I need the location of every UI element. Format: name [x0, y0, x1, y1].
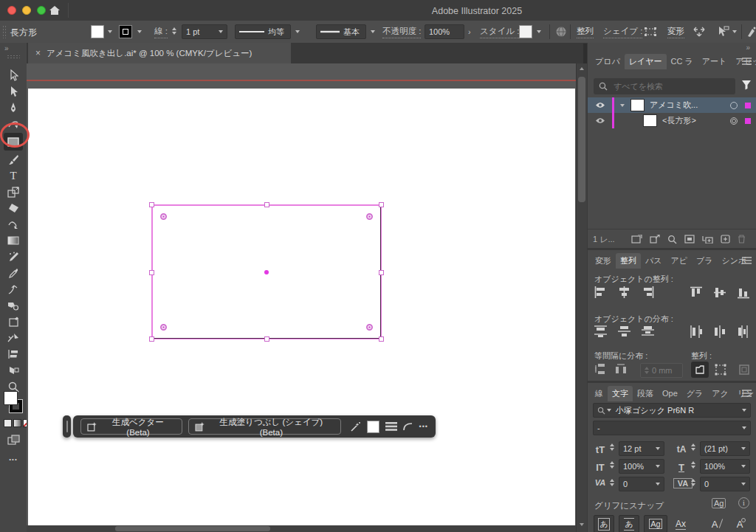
- search-input[interactable]: [612, 81, 718, 91]
- stroke-width-stepper[interactable]: [172, 27, 176, 35]
- selection-tool[interactable]: [4, 68, 23, 83]
- brush-chevron-icon[interactable]: [371, 30, 375, 33]
- layer-expand-chevron-icon[interactable]: [620, 104, 625, 107]
- opacity-label[interactable]: 不透明度 :: [382, 27, 421, 38]
- tab-properties[interactable]: プロパ: [591, 54, 625, 69]
- home-icon[interactable]: [49, 4, 61, 16]
- tab-appearance[interactable]: アピ: [667, 253, 693, 269]
- horizontal-scrollbar-thumb[interactable]: [115, 526, 270, 531]
- layer-row-parent[interactable]: アメコミ吹...: [588, 97, 756, 113]
- tab-align[interactable]: 整列: [616, 253, 641, 269]
- locate-object-icon[interactable]: [667, 235, 677, 244]
- align-top-icon[interactable]: [690, 286, 702, 299]
- tracking-field[interactable]: 0: [700, 477, 750, 491]
- new-sublayer-icon[interactable]: [702, 235, 713, 243]
- handle-top-center[interactable]: [264, 202, 269, 207]
- center-point[interactable]: [264, 270, 269, 274]
- visibility-eye-icon[interactable]: [595, 117, 605, 124]
- vertical-scale-field[interactable]: 100%: [619, 459, 664, 474]
- handle-bottom-left[interactable]: [149, 336, 154, 342]
- close-window-button[interactable]: [7, 6, 16, 15]
- leading-stepper[interactable]: [691, 443, 695, 451]
- control-bar-grip[interactable]: [2, 25, 7, 38]
- tab-actions[interactable]: アク: [707, 386, 733, 401]
- scroll-down-icon[interactable]: [580, 523, 584, 526]
- symbol-sprayer-tool[interactable]: [4, 298, 23, 313]
- target-circle-icon[interactable]: [730, 102, 738, 109]
- tab-cc-libraries[interactable]: CC ラ: [667, 54, 698, 69]
- isolate-selection-icon[interactable]: [716, 26, 729, 38]
- align-bottom-icon[interactable]: [738, 286, 749, 299]
- task-bar-more-icon[interactable]: •••: [419, 423, 428, 430]
- perspective-grid-tool[interactable]: [4, 363, 23, 378]
- corner-widget-bottom-left[interactable]: [160, 324, 167, 331]
- opacity-expand-icon[interactable]: ›: [468, 27, 471, 36]
- tab-glyphs[interactable]: グラ: [682, 386, 708, 401]
- selection-indicator-square[interactable]: [745, 118, 751, 124]
- filter-funnel-icon[interactable]: [741, 80, 752, 90]
- width-tool[interactable]: [4, 282, 23, 297]
- stroke-color-swatch[interactable]: [119, 25, 132, 38]
- free-transform-icon[interactable]: [693, 26, 706, 38]
- style-swatch[interactable]: [519, 25, 532, 38]
- distribute-top-icon[interactable]: [594, 325, 607, 337]
- color-mode-color-icon[interactable]: [4, 419, 12, 427]
- font-size-field[interactable]: 12 pt: [619, 441, 664, 456]
- kerning-field[interactable]: 0: [619, 477, 664, 491]
- stroke-label[interactable]: 線 :: [154, 27, 168, 38]
- tab-layers[interactable]: レイヤー: [625, 54, 667, 69]
- fill-proxy-swatch[interactable]: [4, 391, 18, 405]
- handle-bottom-center[interactable]: [264, 336, 269, 342]
- scroll-up-icon[interactable]: [580, 67, 584, 70]
- color-mode-gradient-icon[interactable]: [13, 419, 21, 427]
- recolor-wand-icon[interactable]: [350, 421, 361, 432]
- snap-em-box-button[interactable]: あ: [594, 515, 614, 532]
- align-left-icon[interactable]: [594, 286, 607, 298]
- tools-grip[interactable]: [7, 55, 20, 58]
- artboard-tool[interactable]: [4, 314, 23, 329]
- blend-tool[interactable]: [4, 347, 23, 362]
- corner-widget-top-right[interactable]: [366, 213, 373, 220]
- align-to-selection-button[interactable]: [715, 364, 726, 376]
- layer-name[interactable]: アメコミ吹...: [650, 100, 698, 111]
- visibility-eye-icon[interactable]: [595, 102, 605, 108]
- paintbrush-tool[interactable]: [4, 152, 23, 167]
- tab-opentype[interactable]: Ope: [658, 386, 682, 401]
- release-clipping-icon[interactable]: [650, 235, 660, 243]
- handle-bottom-right[interactable]: [379, 336, 384, 342]
- horizontal-scale-stepper[interactable]: [691, 461, 695, 469]
- snap-baseline-button[interactable]: Ag: [644, 515, 667, 532]
- leading-field[interactable]: (21 pt): [700, 441, 750, 456]
- layers-search-field[interactable]: [594, 78, 735, 94]
- handle-middle-left[interactable]: [149, 270, 154, 275]
- pen-tool[interactable]: [4, 100, 23, 115]
- selection-indicator-square[interactable]: [745, 103, 751, 108]
- width-profile-chevron-icon[interactable]: [295, 30, 300, 33]
- document-tab[interactable]: × アメコミ風吹き出し.ai* @ 100 % (CMYK/プレビュー): [28, 43, 291, 63]
- font-family-field[interactable]: 小塚ゴシック Pr6N R: [593, 403, 751, 418]
- distribute-right-icon[interactable]: [738, 325, 749, 338]
- new-layer-icon[interactable]: [721, 235, 730, 243]
- opacity-field[interactable]: 100%: [425, 24, 464, 39]
- vertical-scrollbar[interactable]: [576, 63, 587, 532]
- handle-top-left[interactable]: [149, 202, 154, 207]
- target-double-circle-icon[interactable]: [730, 117, 738, 125]
- task-bar-handle[interactable]: [63, 415, 71, 438]
- shape-label[interactable]: シェイプ :: [603, 27, 642, 38]
- distribute-bottom-icon[interactable]: [642, 325, 654, 337]
- type-tool[interactable]: T: [4, 168, 23, 183]
- stroke-weight-icon[interactable]: [385, 422, 397, 431]
- horizontal-scrollbar[interactable]: [27, 525, 576, 532]
- layer-row-rectangle[interactable]: <長方形>: [588, 113, 756, 128]
- tab-pathfinder[interactable]: パス: [641, 253, 667, 269]
- info-icon[interactable]: i: [738, 497, 749, 508]
- generate-fill-button[interactable]: 生成塗りつぶし (シェイプ) (Beta): [188, 418, 341, 435]
- publish-globe-icon[interactable]: [555, 26, 567, 38]
- snap-angular-guide-button[interactable]: A: [704, 515, 725, 532]
- tools-collapse-icon[interactable]: »: [4, 44, 9, 52]
- minimize-window-button[interactable]: [22, 6, 31, 15]
- delete-layer-icon[interactable]: [738, 235, 746, 243]
- canvas-area[interactable]: 生成ベクター (Beta) 生成塗りつぶし (シェイプ) (Beta) •••: [27, 63, 576, 532]
- transform-button[interactable]: 変形: [667, 27, 684, 38]
- vertical-scale-stepper[interactable]: [610, 461, 614, 469]
